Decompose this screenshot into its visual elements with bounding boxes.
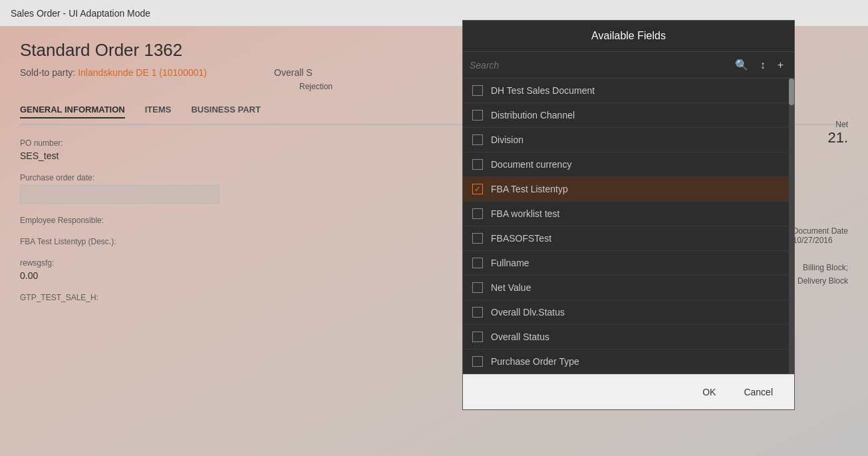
item-label: Document currency xyxy=(491,159,571,170)
checkbox[interactable] xyxy=(472,282,483,293)
modal-footer: OK Cancel xyxy=(463,374,794,409)
item-label: FBA Test Listentyp xyxy=(491,184,568,194)
checkbox[interactable] xyxy=(472,258,483,268)
item-label: Purchase Order Type xyxy=(491,356,579,367)
search-icon-button[interactable]: 🔍 xyxy=(731,57,752,73)
item-label: Distribution Channel xyxy=(491,110,575,120)
scrollbar-thumb[interactable] xyxy=(789,79,794,105)
item-label: Overall Status xyxy=(491,332,549,342)
search-icon: 🔍 xyxy=(735,59,748,71)
list-item[interactable]: Document currency xyxy=(463,152,794,177)
checkbox[interactable] xyxy=(472,307,483,318)
list-item[interactable]: Division xyxy=(463,128,794,152)
scrollbar-track[interactable] xyxy=(789,79,794,374)
checkbox[interactable] xyxy=(472,110,483,120)
list-item[interactable]: Distribution Channel xyxy=(463,103,794,128)
checkbox[interactable] xyxy=(472,208,483,219)
item-label: DH Test Sales Document xyxy=(491,85,595,96)
item-label: Net Value xyxy=(491,282,531,293)
list-item[interactable]: Purchase Order Type xyxy=(463,349,794,374)
checkbox[interactable] xyxy=(472,233,483,244)
modal-title: Available Fields xyxy=(591,30,666,41)
item-label: Overall Dlv.Status xyxy=(491,307,565,318)
modal-search-bar: 🔍 ↕ + xyxy=(463,52,794,79)
checkbox[interactable] xyxy=(472,332,483,342)
checkbox[interactable] xyxy=(472,85,483,96)
checkbox[interactable] xyxy=(472,184,483,194)
list-item[interactable]: FBASOFSTest xyxy=(463,226,794,251)
add-icon-button[interactable]: + xyxy=(774,58,788,73)
item-label: Division xyxy=(491,134,523,145)
list-item[interactable]: Fullname xyxy=(463,251,794,276)
sort-icon-button[interactable]: ↕ xyxy=(756,58,770,73)
search-input[interactable] xyxy=(470,60,727,71)
list-item[interactable]: Overall Status xyxy=(463,325,794,349)
checkbox[interactable] xyxy=(472,134,483,145)
sort-icon: ↕ xyxy=(760,59,766,71)
list-item[interactable]: FBA Test Listentyp xyxy=(463,177,794,202)
item-label: FBASOFSTest xyxy=(491,233,551,244)
list-item[interactable]: FBA worklist test xyxy=(463,202,794,226)
checkbox[interactable] xyxy=(472,159,483,170)
add-icon: + xyxy=(778,59,784,71)
list-item[interactable]: Overall Dlv.Status xyxy=(463,300,794,325)
list-item[interactable]: Net Value xyxy=(463,276,794,300)
list-item[interactable]: DH Test Sales Document xyxy=(463,79,794,103)
item-label: FBA worklist test xyxy=(491,208,559,219)
ok-button[interactable]: OK xyxy=(692,383,726,401)
item-label: Fullname xyxy=(491,258,529,268)
fields-list: DH Test Sales DocumentDistribution Chann… xyxy=(463,79,794,374)
modal-header: Available Fields xyxy=(463,21,794,52)
available-fields-modal: Available Fields 🔍 ↕ + DH Test Sales Doc… xyxy=(462,20,795,410)
cancel-button[interactable]: Cancel xyxy=(733,383,784,401)
checkbox[interactable] xyxy=(472,356,483,367)
